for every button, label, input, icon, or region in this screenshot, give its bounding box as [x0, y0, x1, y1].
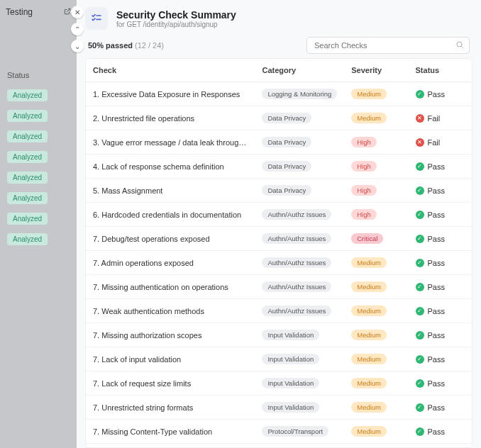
check-category: Authn/Authz Issues	[255, 203, 344, 227]
close-button[interactable]: ✕	[71, 6, 84, 18]
checks-tbody: 1. Excessive Data Exposure in ResponsesL…	[86, 82, 472, 449]
check-severity: Medium	[344, 396, 408, 420]
collapse-up-button[interactable]: ⌃	[71, 23, 84, 35]
col-check[interactable]: Check	[86, 59, 255, 82]
checklist-icon	[85, 7, 108, 30]
sidebar: Testing ✕ ⌃ ⌄ Status AnalyzedAnalyzedAna…	[0, 0, 77, 448]
check-category: Input Validation	[255, 323, 344, 347]
table-row[interactable]: 7. Lack of request size limitsInput Vali…	[86, 371, 472, 396]
check-severity: High	[344, 130, 408, 155]
check-severity: Critical	[344, 227, 408, 251]
status-badge[interactable]: Analyzed	[7, 192, 48, 204]
search-wrap	[306, 37, 470, 54]
table-row[interactable]: 7. Use of HTTP instead of HTTPSProtocol/…	[86, 444, 472, 449]
check-status: ✓Pass	[409, 82, 472, 106]
check-status: ✓Pass	[409, 347, 472, 371]
sidebar-header[interactable]: Testing	[0, 0, 77, 24]
check-category: Authn/Authz Issues	[255, 299, 344, 323]
check-severity: Medium	[344, 82, 408, 106]
status-badge[interactable]: Analyzed	[7, 213, 48, 225]
check-category: Data Privacy	[255, 130, 344, 155]
check-icon: ✓	[416, 211, 424, 219]
check-name: 1. Excessive Data Exposure in Responses	[86, 82, 255, 106]
check-name: 7. Missing Content-Type validation	[86, 420, 255, 444]
table-row[interactable]: 7. Missing Content-Type validationProtoc…	[86, 420, 472, 444]
table-header-row: Check Category Severity Status	[86, 59, 472, 82]
search-input[interactable]	[306, 37, 470, 54]
check-severity: Medium	[344, 323, 408, 347]
svg-line-4	[461, 46, 463, 47]
main-panel: Security Check Summary for GET /identity…	[77, 0, 481, 448]
check-status: ✕Fail	[409, 130, 472, 155]
summary-header: Security Check Summary for GET /identity…	[85, 7, 472, 30]
check-name: 7. Weak authentication methods	[86, 299, 255, 323]
table-row[interactable]: 5. Mass AssignmentData PrivacyHigh✓Pass	[86, 179, 472, 203]
check-status: ✓Pass	[409, 371, 472, 396]
check-icon: ✓	[416, 283, 424, 291]
table-row[interactable]: 7. Weak authentication methodsAuthn/Auth…	[86, 299, 472, 323]
check-status: ✓Pass	[409, 299, 472, 323]
check-icon: ✓	[416, 307, 424, 315]
table-row[interactable]: 6. Hardcoded credentials in documentatio…	[86, 203, 472, 227]
check-severity: Medium	[344, 275, 408, 299]
fail-icon: ✕	[416, 138, 424, 147]
check-category: Logging & Monitoring	[255, 82, 344, 106]
check-severity: High	[344, 179, 408, 203]
check-category: Authn/Authz Issues	[255, 227, 344, 251]
col-severity[interactable]: Severity	[344, 59, 408, 82]
table-row[interactable]: 7. Unrestricted string formatsInput Vali…	[86, 396, 472, 420]
check-name: 7. Unrestricted string formats	[86, 396, 255, 420]
check-name: 7. Admin operations exposed	[86, 251, 255, 275]
check-icon: ✓	[416, 162, 424, 171]
external-link-icon	[64, 8, 71, 16]
check-icon: ✓	[416, 427, 424, 436]
status-badge[interactable]: Analyzed	[7, 233, 48, 245]
check-category: Protocol/Transport	[255, 420, 344, 444]
table-row[interactable]: 7. Lack of input validationInput Validat…	[86, 347, 472, 371]
check-icon: ✓	[416, 235, 424, 243]
check-name: 7. Lack of input validation	[86, 347, 255, 371]
status-badge[interactable]: Analyzed	[7, 89, 48, 101]
table-row[interactable]: 7. Admin operations exposedAuthn/Authz I…	[86, 251, 472, 275]
check-name: 7. Debug/test operations exposed	[86, 227, 255, 251]
table-row[interactable]: 1. Excessive Data Exposure in ResponsesL…	[86, 82, 472, 106]
table-row[interactable]: 3. Vague error message / data leak throu…	[86, 130, 472, 155]
table-row[interactable]: 4. Lack of response schema definitionDat…	[86, 155, 472, 179]
check-icon: ✓	[416, 259, 424, 267]
status-badge[interactable]: Analyzed	[7, 130, 48, 142]
check-status: ✓Pass	[409, 420, 472, 444]
check-severity: Medium	[344, 299, 408, 323]
status-badge[interactable]: Analyzed	[7, 110, 48, 122]
check-status: ✓Pass	[409, 396, 472, 420]
check-name: 7. Missing authentication on operations	[86, 275, 255, 299]
sidebar-section-label: Status	[0, 67, 77, 84]
table-row[interactable]: 7. Missing authentication on operationsA…	[86, 275, 472, 299]
svg-line-0	[67, 9, 70, 12]
check-icon: ✓	[416, 331, 424, 340]
col-category[interactable]: Category	[255, 59, 344, 82]
check-category: Data Privacy	[255, 106, 344, 130]
check-status: ✕Fail	[409, 444, 472, 449]
check-severity: High	[344, 203, 408, 227]
check-status: ✕Fail	[409, 106, 472, 130]
check-name: 6. Hardcoded credentials in documentatio…	[86, 203, 255, 227]
col-status[interactable]: Status	[409, 59, 472, 82]
table-row[interactable]: 7. Debug/test operations exposedAuthn/Au…	[86, 227, 472, 251]
check-name: 7. Missing authorization scopes	[86, 323, 255, 347]
status-badge[interactable]: Analyzed	[7, 172, 48, 184]
check-name: 7. Lack of request size limits	[86, 371, 255, 396]
sidebar-title: Testing	[6, 7, 33, 17]
check-icon: ✓	[416, 379, 424, 388]
table-row[interactable]: 2. Unrestricted file operationsData Priv…	[86, 106, 472, 130]
table-row[interactable]: 7. Missing authorization scopesInput Val…	[86, 323, 472, 347]
check-icon: ✓	[416, 90, 424, 99]
collapse-down-button[interactable]: ⌄	[71, 40, 84, 52]
check-status: ✓Pass	[409, 203, 472, 227]
check-name: 7. Use of HTTP instead of HTTPS	[86, 444, 255, 449]
checks-table: Check Category Severity Status 1. Excess…	[85, 58, 472, 448]
stats-row: 50% passed (12 / 24)	[88, 37, 470, 54]
check-name: 2. Unrestricted file operations	[86, 106, 255, 130]
status-badge[interactable]: Analyzed	[7, 151, 48, 163]
check-status: ✓Pass	[409, 251, 472, 275]
check-icon: ✓	[416, 186, 424, 195]
